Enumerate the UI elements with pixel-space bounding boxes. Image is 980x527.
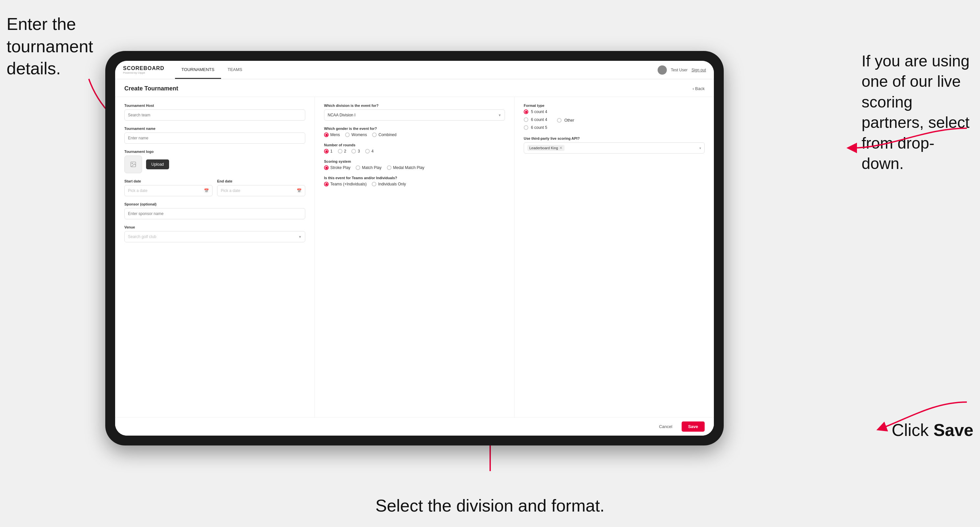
gender-mens-radio[interactable]	[324, 132, 329, 137]
form-footer: Cancel Save	[115, 417, 714, 436]
format-6count4-radio[interactable]	[524, 117, 528, 122]
scoring-stroke[interactable]: Stroke Play	[324, 165, 350, 170]
event-type-teams-label: Teams (+Individuals)	[330, 182, 366, 186]
annotation-bottom-center: Select the division and format.	[375, 495, 605, 517]
scoring-match[interactable]: Match Play	[356, 165, 381, 170]
format-type-label: Format type	[524, 103, 705, 108]
tournament-logo-group: Tournament logo Upload	[124, 149, 305, 173]
sponsor-group: Sponsor (optional)	[124, 202, 305, 219]
format-6count5-label: 6 count 5	[531, 125, 547, 130]
gender-womens-radio[interactable]	[345, 132, 350, 137]
format-5count4-radio[interactable]	[524, 110, 528, 114]
event-type-radio-group: Teams (+Individuals) Individuals Only	[324, 182, 505, 186]
event-type-individuals-radio[interactable]	[372, 182, 376, 186]
live-scoring-group: Use third-party live scoring API? Leader…	[524, 137, 705, 154]
rounds-3-radio[interactable]	[352, 149, 356, 154]
gender-combined[interactable]: Combined	[372, 132, 396, 137]
tournament-name-input[interactable]	[124, 132, 305, 144]
logo-upload-area: Upload	[124, 156, 305, 173]
live-scoring-chevron-icon: ▾	[699, 146, 701, 150]
rounds-3-label: 3	[358, 149, 360, 154]
navbar-brand-title: SCOREBOARD	[123, 65, 164, 71]
scoring-stroke-label: Stroke Play	[330, 165, 350, 170]
format-6count4-label: 6 count 4	[531, 117, 547, 122]
gender-mens[interactable]: Mens	[324, 132, 340, 137]
format-5count4-label: 5 count 4	[531, 110, 547, 114]
rounds-1-radio[interactable]	[324, 149, 329, 154]
upload-button[interactable]: Upload	[146, 159, 169, 169]
tag-close-icon[interactable]: ✕	[559, 146, 563, 150]
cancel-button[interactable]: Cancel	[654, 421, 677, 432]
logo-preview	[124, 156, 142, 173]
end-date-group: End date Pick a date 📅	[217, 179, 305, 196]
scoring-radio-group: Stroke Play Match Play Medal Match Play	[324, 165, 505, 170]
rounds-1-label: 1	[330, 149, 332, 154]
rounds-4[interactable]: 4	[365, 149, 374, 154]
date-row: Start date Pick a date 📅 End date Pick a…	[124, 179, 305, 196]
form-col-3: Format type 5 count 4 6 count 4	[514, 97, 714, 417]
annotation-bottom-right-prefix: Click	[891, 421, 933, 440]
tournament-name-label: Tournament name	[124, 127, 305, 130]
scoring-label: Scoring system	[324, 159, 505, 163]
scoring-stroke-radio[interactable]	[324, 165, 329, 170]
gender-womens[interactable]: Womens	[345, 132, 367, 137]
calendar-icon-start: 📅	[204, 188, 209, 193]
format-6count4[interactable]: 6 count 4	[524, 117, 547, 122]
event-type-teams[interactable]: Teams (+Individuals)	[324, 182, 366, 186]
format-other-radio[interactable]	[557, 118, 562, 123]
rounds-1[interactable]: 1	[324, 149, 332, 154]
start-date-input[interactable]: Pick a date 📅	[124, 185, 213, 196]
save-button[interactable]: Save	[682, 421, 705, 432]
live-scoring-tag: Leaderboard King ✕	[527, 145, 565, 151]
nav-tournaments[interactable]: TOURNAMENTS	[175, 61, 221, 79]
nav-teams[interactable]: TEAMS	[221, 61, 249, 79]
scoring-group: Scoring system Stroke Play Match Play	[324, 159, 505, 170]
sponsor-input[interactable]	[124, 208, 305, 219]
live-scoring-select[interactable]: Leaderboard King ✕ ▾	[524, 142, 705, 154]
format-type-group: Format type 5 count 4 6 count 4	[524, 103, 705, 130]
form-col-1: Tournament Host Tournament name Tourname…	[115, 97, 315, 417]
scoring-match-radio[interactable]	[356, 165, 360, 170]
division-group: Which division is the event for? NCAA Di…	[324, 103, 505, 121]
format-5count4[interactable]: 5 count 4	[524, 110, 547, 114]
live-scoring-label: Use third-party live scoring API?	[524, 137, 705, 140]
navbar-right: Test User Sign out	[658, 65, 706, 75]
rounds-2-radio[interactable]	[338, 149, 342, 154]
venue-placeholder: Search golf club	[128, 234, 156, 239]
end-date-placeholder: Pick a date	[221, 188, 240, 193]
signout-link[interactable]: Sign out	[692, 68, 706, 72]
venue-label: Venue	[124, 225, 305, 229]
format-6count5[interactable]: 6 count 5	[524, 125, 547, 130]
gender-combined-radio[interactable]	[372, 132, 377, 137]
form-body: Tournament Host Tournament name Tourname…	[115, 97, 714, 417]
venue-select[interactable]: Search golf club ▼	[124, 231, 305, 242]
division-label: Which division is the event for?	[324, 103, 505, 108]
annotation-top-left: Enter the tournament details.	[6, 13, 99, 80]
scoring-medal-radio[interactable]	[387, 165, 391, 170]
format-other[interactable]: Other	[557, 111, 574, 130]
division-chevron-icon: ▼	[498, 113, 501, 117]
division-value: NCAA Division I	[328, 113, 356, 117]
content-area: Create Tournament Back Tournament Host T…	[115, 79, 714, 436]
venue-chevron-icon: ▼	[298, 235, 302, 239]
sponsor-label: Sponsor (optional)	[124, 202, 305, 206]
gender-mens-label: Mens	[330, 132, 340, 137]
rounds-group: Number of rounds 1 2	[324, 143, 505, 154]
rounds-4-radio[interactable]	[365, 149, 370, 154]
event-type-individuals[interactable]: Individuals Only	[372, 182, 406, 186]
rounds-radio-group: 1 2 3 4	[324, 149, 505, 154]
rounds-2[interactable]: 2	[338, 149, 347, 154]
page-title: Create Tournament	[124, 85, 178, 92]
format-6count5-radio[interactable]	[524, 125, 528, 130]
gender-radio-group: Mens Womens Combined	[324, 132, 505, 137]
event-type-teams-radio[interactable]	[324, 182, 329, 186]
division-select[interactable]: NCAA Division I ▼	[324, 110, 505, 121]
rounds-4-label: 4	[371, 149, 374, 154]
form-col-2: Which division is the event for? NCAA Di…	[315, 97, 514, 417]
start-date-label: Start date	[124, 179, 213, 183]
tournament-host-input[interactable]	[124, 110, 305, 121]
scoring-medal-match[interactable]: Medal Match Play	[387, 165, 424, 170]
back-link[interactable]: Back	[692, 86, 705, 91]
end-date-input[interactable]: Pick a date 📅	[217, 185, 305, 196]
rounds-3[interactable]: 3	[352, 149, 360, 154]
